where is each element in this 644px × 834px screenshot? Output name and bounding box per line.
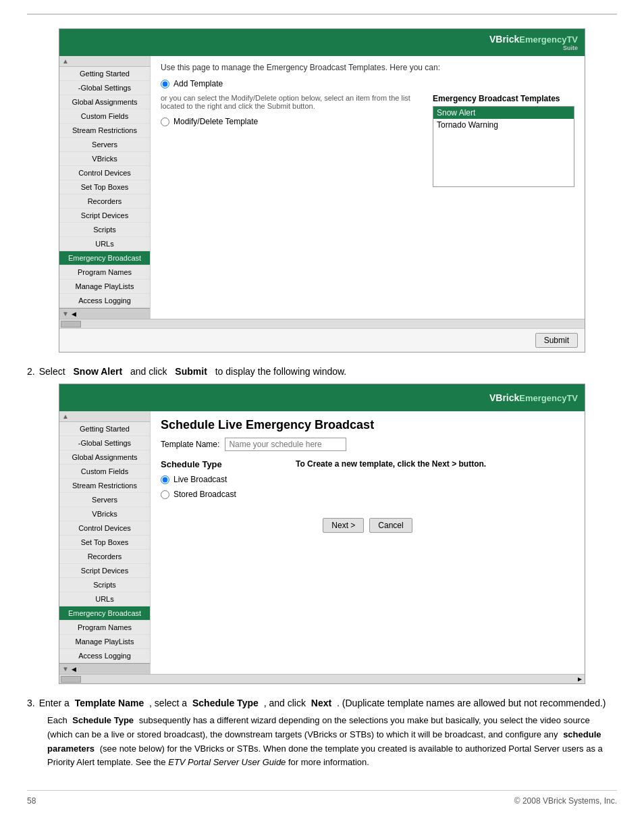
step-2-submit: Submit xyxy=(175,366,207,377)
templates-list-1: Snow Alert Tornado Warning xyxy=(433,106,574,187)
page-number: 58 xyxy=(27,796,36,806)
sidebar-item-stream-restrictions-1[interactable]: Stream Restrictions xyxy=(59,124,150,138)
scroll-left-arrow-2: ◀ xyxy=(72,666,76,673)
step-3-next-kw: Next xyxy=(311,698,331,708)
step-2-snow-alert: Snow Alert xyxy=(74,366,123,377)
sidebar-item-global-settings-1[interactable]: -Global Settings xyxy=(59,81,150,95)
step-3-section: 3. Enter a Template Name , select a Sche… xyxy=(27,698,617,770)
sidebar-item-custom-fields-2[interactable]: Custom Fields xyxy=(59,465,150,479)
button-row-2: Next > Cancel xyxy=(161,511,574,540)
step-2-rest: to display the following window. xyxy=(215,366,347,377)
step-3-guide-title: ETV Portal Server User Guide xyxy=(168,757,286,767)
sidebar-item-servers-2[interactable]: Servers xyxy=(59,493,150,507)
radio-add-input[interactable] xyxy=(161,80,169,88)
sidebar-item-set-top-boxes-1[interactable]: Set Top Boxes xyxy=(59,180,150,194)
sidebar-item-access-logging-1[interactable]: Access Logging xyxy=(59,294,150,308)
template-name-label: Template Name: xyxy=(161,440,219,449)
radio-stored-label: Stored Broadcast xyxy=(173,490,236,499)
sidebar-item-control-devices-2[interactable]: Control Devices xyxy=(59,521,150,536)
sidebar-item-set-top-boxes-2[interactable]: Set Top Boxes xyxy=(59,536,150,550)
template-item-snow-alert[interactable]: Snow Alert xyxy=(433,107,574,119)
sidebar-item-access-logging-2[interactable]: Access Logging xyxy=(59,649,150,663)
logo-emergency-text-2: EmergencyTV xyxy=(519,393,578,403)
scrollbar-bottom-2: ► xyxy=(59,674,585,683)
radio-live-label: Live Broadcast xyxy=(173,475,227,484)
step-3-template-name-kw: Template Name xyxy=(75,698,144,708)
step-3-para-1: Each Schedule Type subsequently has a di… xyxy=(47,714,617,770)
sidebar-item-custom-fields-1[interactable]: Custom Fields xyxy=(59,109,150,124)
radio-stored-broadcast[interactable]: Stored Broadcast xyxy=(161,490,282,499)
logo-suite-text: Suite xyxy=(563,45,578,51)
scroll-down-arrow-1: ▼ xyxy=(62,310,69,317)
sidebar-item-getting-started-1[interactable]: Getting Started xyxy=(59,67,150,81)
step-3-and-click: , and click xyxy=(264,698,306,708)
step-3-select-a: , select a xyxy=(149,698,187,708)
template-item-tornado-warning[interactable]: Tornado Warning xyxy=(433,119,574,131)
sidebar-item-manage-playlists-1[interactable]: Manage PlayLists xyxy=(59,280,150,294)
sidebar-item-script-devices-1[interactable]: Script Devices xyxy=(59,209,150,223)
step-3-schedule-type-kw: Schedule Type xyxy=(192,698,259,708)
sidebar-scroll-top-1: ▲ xyxy=(59,56,150,67)
step-2-select: Select xyxy=(39,366,65,377)
sidebar-scroll-bottom-1: ▼ ◀ xyxy=(59,308,150,319)
step-3-number: 3. xyxy=(27,698,35,708)
ui-body-2: ▲ Getting Started -Global Settings Globa… xyxy=(59,411,585,674)
sidebar-item-program-names-2[interactable]: Program Names xyxy=(59,621,150,635)
sidebar-item-recorders-1[interactable]: Recorders xyxy=(59,194,150,209)
radio-stored-input[interactable] xyxy=(161,490,169,499)
page-container: VBrickEmergencyTVSuite ▲ Getting Started… xyxy=(0,0,644,819)
sidebar-item-emergency-broadcast-1[interactable]: Emergency Broadcast xyxy=(59,251,150,265)
sidebar-item-getting-started-2[interactable]: Getting Started xyxy=(59,422,150,436)
step-2-text: Select Snow Alert and click Submit to di… xyxy=(39,366,347,377)
step-2-number: 2. xyxy=(27,366,35,377)
next-button[interactable]: Next > xyxy=(323,518,364,533)
divider-text-1: or you can select the Modify/Delete opti… xyxy=(161,94,423,110)
sidebar-item-vbricks-1[interactable]: VBricks xyxy=(59,152,150,166)
step-2-row: 2. Select Snow Alert and click Submit to… xyxy=(27,366,617,377)
sidebar-item-manage-playlists-2[interactable]: Manage PlayLists xyxy=(59,635,150,649)
create-note: To Create a new template, click the Next… xyxy=(296,459,574,504)
submit-row-1: Submit xyxy=(59,328,585,352)
cancel-button[interactable]: Cancel xyxy=(369,518,412,533)
sidebar-item-script-devices-2[interactable]: Script Devices xyxy=(59,564,150,578)
main-content-2: Schedule Live Emergency Broadcast Templa… xyxy=(151,411,585,674)
radio-modify-template[interactable]: Modify/Delete Template xyxy=(161,117,423,126)
ui-screenshot-2: VBrickEmergencyTV ▲ Getting Started -Glo… xyxy=(59,384,585,684)
sidebar-item-servers-1[interactable]: Servers xyxy=(59,138,150,152)
scrollbar-thumb-1[interactable] xyxy=(61,321,81,328)
sidebar-1: ▲ Getting Started -Global Settings Globa… xyxy=(59,56,151,319)
submit-button-1[interactable]: Submit xyxy=(535,333,578,348)
sidebar-item-scripts-1[interactable]: Scripts xyxy=(59,223,150,237)
templates-header-1: Emergency Broadcast Templates xyxy=(433,94,574,103)
sidebar-item-control-devices-1[interactable]: Control Devices xyxy=(59,166,150,180)
sidebar-item-global-settings-2[interactable]: -Global Settings xyxy=(59,436,150,450)
sidebar-item-urls-2[interactable]: URLs xyxy=(59,592,150,606)
step-3-para2-end: for more information. xyxy=(288,757,369,767)
ui-header-2: VBrickEmergencyTV xyxy=(59,384,585,411)
template-name-input[interactable] xyxy=(225,438,346,451)
radio-modify-input[interactable] xyxy=(161,118,169,126)
schedule-title: Schedule Live Emergency Broadcast xyxy=(161,418,574,432)
radio-add-label: Add Template xyxy=(173,79,223,88)
sidebar-item-recorders-2[interactable]: Recorders xyxy=(59,550,150,564)
step-3-row: 3. Enter a Template Name , select a Sche… xyxy=(27,698,617,708)
radio-live-broadcast[interactable]: Live Broadcast xyxy=(161,475,282,484)
scrollbar-bottom-1 xyxy=(59,319,585,328)
logo-emergency-text: EmergencyTV xyxy=(519,34,578,45)
copyright-text: © 2008 VBrick Systems, Inc. xyxy=(514,796,617,806)
sidebar-item-vbricks-2[interactable]: VBricks xyxy=(59,507,150,521)
ui-screenshot-1: VBrickEmergencyTVSuite ▲ Getting Started… xyxy=(59,28,585,353)
radio-add-template[interactable]: Add Template xyxy=(161,79,574,88)
sidebar-item-global-assignments-2[interactable]: Global Assignments xyxy=(59,450,150,465)
step-3-duplicate-note: . (Duplicate template names are allowed … xyxy=(337,698,606,708)
sidebar-item-stream-restrictions-2[interactable]: Stream Restrictions xyxy=(59,479,150,493)
radio-live-input[interactable] xyxy=(161,475,169,484)
sidebar-item-global-assignments-1[interactable]: Global Assignments xyxy=(59,95,150,109)
sidebar-item-program-names-1[interactable]: Program Names xyxy=(59,265,150,280)
sidebar-item-emergency-broadcast-2[interactable]: Emergency Broadcast xyxy=(59,606,150,621)
sidebar-scroll-bottom-2: ▼ ◀ xyxy=(59,663,150,674)
sidebar-item-urls-1[interactable]: URLs xyxy=(59,237,150,251)
sidebar-item-scripts-2[interactable]: Scripts xyxy=(59,578,150,592)
scrollbar-thumb-2[interactable] xyxy=(61,676,81,683)
scroll-down-arrow-2: ▼ xyxy=(62,665,69,673)
